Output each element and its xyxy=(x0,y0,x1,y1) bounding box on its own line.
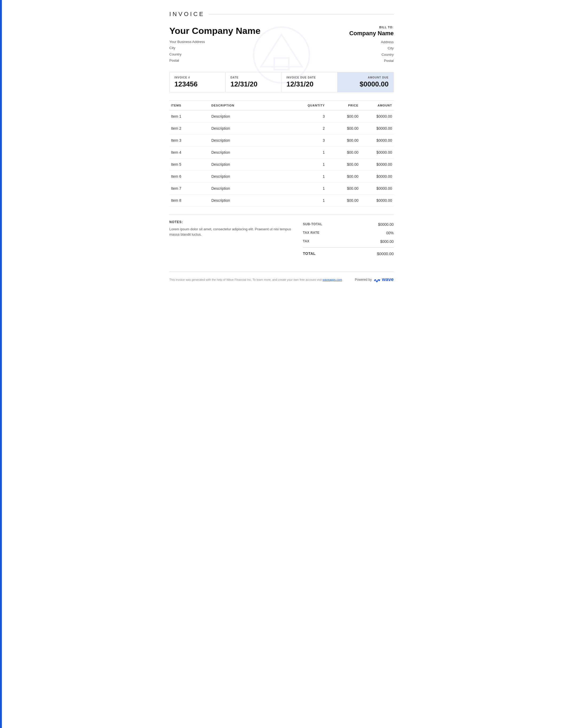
table-row: Item 3 Description 3 $00.00 $0000.00 xyxy=(169,134,394,146)
bill-to-postal: Postal xyxy=(349,58,394,64)
table-row: Item 1 Description 3 $00.00 $0000.00 xyxy=(169,110,394,122)
powered-by: Powered by wave xyxy=(355,276,394,283)
table-row: Item 7 Description 1 $00.00 $0000.00 xyxy=(169,182,394,194)
table-header-row: ITEMS DESCRIPTION QUANTITY PRICE AMOUNT xyxy=(169,100,394,110)
footer-note: This invoice was generated with the help… xyxy=(169,278,342,281)
row-qty-7: 1 xyxy=(300,194,327,206)
wave-logo: wave xyxy=(373,276,394,283)
table-row: Item 8 Description 1 $00.00 $0000.00 xyxy=(169,194,394,206)
subtotal-row: SUB-TOTAL $0000.00 xyxy=(303,220,394,229)
header-items: ITEMS xyxy=(169,100,210,110)
company-country: Country xyxy=(169,51,349,57)
bill-to-city: City xyxy=(349,45,394,51)
row-desc-2: Description xyxy=(210,134,300,146)
row-price-3: $00.00 xyxy=(327,146,360,158)
invoice-num-value: 123456 xyxy=(174,80,220,88)
row-item-4: Item 5 xyxy=(169,158,210,170)
row-amount-6: $0000.00 xyxy=(360,182,394,194)
bill-to-label: BILL TO: xyxy=(349,26,394,29)
row-item-5: Item 6 xyxy=(169,170,210,182)
tax-rate-row: TAX RATE 00% xyxy=(303,229,394,237)
row-amount-3: $0000.00 xyxy=(360,146,394,158)
row-price-4: $00.00 xyxy=(327,158,360,170)
row-desc-6: Description xyxy=(210,182,300,194)
row-amount-4: $0000.00 xyxy=(360,158,394,170)
row-qty-1: 2 xyxy=(300,122,327,134)
tax-rate-value: 00% xyxy=(386,231,394,235)
company-postal: Postal xyxy=(169,57,349,64)
company-info: Your Business Address City Country Posta… xyxy=(169,39,349,64)
row-qty-2: 3 xyxy=(300,134,327,146)
footer-note-text: This invoice was generated with the help… xyxy=(169,278,323,281)
amount-due-value: $0000.00 xyxy=(343,80,389,88)
row-amount-0: $0000.00 xyxy=(360,110,394,122)
row-item-1: Item 2 xyxy=(169,122,210,134)
meta-due-date: INVOICE DUE DATE 12/31/20 xyxy=(282,72,338,92)
company-city: City xyxy=(169,45,349,51)
table-row: Item 4 Description 1 $00.00 $0000.00 xyxy=(169,146,394,158)
title-divider xyxy=(209,14,394,14)
row-amount-7: $0000.00 xyxy=(360,194,394,206)
date-value: 12/31/20 xyxy=(230,80,277,88)
invoice-num-label: INVOICE # xyxy=(174,76,220,79)
bill-to-info: Address City Country Postal xyxy=(349,39,394,64)
row-item-7: Item 8 xyxy=(169,194,210,206)
subtotal-label: SUB-TOTAL xyxy=(303,222,323,227)
row-desc-7: Description xyxy=(210,194,300,206)
tax-value: $000.00 xyxy=(380,239,394,244)
header-quantity: QUANTITY xyxy=(300,100,327,110)
row-desc-4: Description xyxy=(210,158,300,170)
bill-to-country: Country xyxy=(349,52,394,58)
row-desc-5: Description xyxy=(210,170,300,182)
row-qty-6: 1 xyxy=(300,182,327,194)
company-section: Your Company Name Your Business Address … xyxy=(169,26,394,64)
subtotal-value: $0000.00 xyxy=(378,222,394,227)
due-date-value: 12/31/20 xyxy=(287,80,333,88)
header-amount: AMOUNT xyxy=(360,100,394,110)
page-footer: This invoice was generated with the help… xyxy=(169,271,394,283)
meta-amount-due: AMOUNT DUE $0000.00 xyxy=(338,72,394,92)
footer-section: NOTES: Lorem ipsum dolor sit amet, conse… xyxy=(169,215,394,258)
row-price-6: $00.00 xyxy=(327,182,360,194)
table-row: Item 6 Description 1 $00.00 $0000.00 xyxy=(169,170,394,182)
row-desc-0: Description xyxy=(210,110,300,122)
row-qty-0: 3 xyxy=(300,110,327,122)
row-item-0: Item 1 xyxy=(169,110,210,122)
bill-to-address: Address xyxy=(349,39,394,45)
table-row: Item 2 Description 2 $00.00 $0000.00 xyxy=(169,122,394,134)
total-label: TOTAL xyxy=(303,251,316,256)
row-price-5: $00.00 xyxy=(327,170,360,182)
invoice-header: INVOICE xyxy=(169,11,394,18)
row-item-3: Item 4 xyxy=(169,146,210,158)
row-item-6: Item 7 xyxy=(169,182,210,194)
notes-text: Lorem ipsum dolor sit amet, consectetur … xyxy=(169,227,292,238)
row-price-2: $00.00 xyxy=(327,134,360,146)
company-address: Your Business Address xyxy=(169,39,349,45)
row-qty-4: 1 xyxy=(300,158,327,170)
row-price-7: $00.00 xyxy=(327,194,360,206)
wave-icon xyxy=(373,276,381,283)
row-item-2: Item 3 xyxy=(169,134,210,146)
bill-to-name: Company Name xyxy=(349,30,394,37)
header-price: PRICE xyxy=(327,100,360,110)
table-row: Item 5 Description 1 $00.00 $0000.00 xyxy=(169,158,394,170)
due-date-label: INVOICE DUE DATE xyxy=(287,76,333,79)
totals-divider xyxy=(303,247,394,248)
total-value: $0000.00 xyxy=(377,251,394,256)
tax-label: TAX xyxy=(303,239,310,244)
powered-label: Powered by xyxy=(355,278,372,282)
row-price-0: $00.00 xyxy=(327,110,360,122)
items-table: ITEMS DESCRIPTION QUANTITY PRICE AMOUNT … xyxy=(169,100,394,207)
company-left: Your Company Name Your Business Address … xyxy=(169,26,349,64)
invoice-page: INVOICE Your Company Name Your Business … xyxy=(169,11,394,283)
footer-note-link[interactable]: waveapps.com xyxy=(323,278,342,281)
row-desc-3: Description xyxy=(210,146,300,158)
wave-text: wave xyxy=(382,277,394,282)
invoice-title: INVOICE xyxy=(169,11,204,18)
date-label: DATE xyxy=(230,76,277,79)
row-desc-1: Description xyxy=(210,122,300,134)
bill-to-section: BILL TO: Company Name Address City Count… xyxy=(349,26,394,64)
company-name: Your Company Name xyxy=(169,26,349,36)
notes-label: NOTES: xyxy=(169,220,292,224)
totals-section: SUB-TOTAL $0000.00 TAX RATE 00% TAX $000… xyxy=(303,220,394,258)
